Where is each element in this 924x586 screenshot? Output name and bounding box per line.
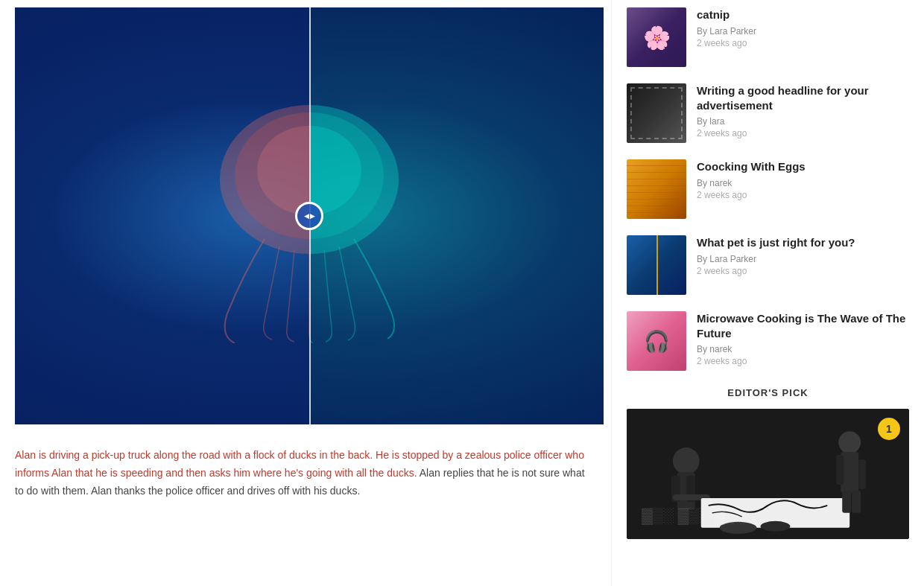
slider-handle[interactable] — [295, 202, 323, 230]
article-author: By lara — [697, 116, 909, 127]
svg-point-14 — [761, 521, 791, 532]
article-author: By Lara Parker — [697, 26, 909, 36]
image-comparison-slider[interactable] — [15, 7, 604, 424]
thumb-catnip-image: 🌸 — [627, 7, 686, 67]
thumb-headline-image — [627, 83, 686, 143]
article-date: 2 weeks ago — [697, 128, 909, 138]
svg-point-13 — [720, 522, 757, 534]
editors-pick-image[interactable]: 1 — [627, 409, 909, 539]
list-item[interactable]: What pet is just right for you? By Lara … — [627, 235, 909, 295]
article-info: Writing a good headline for your adverti… — [697, 83, 909, 138]
article-info: catnip By Lara Parker 2 weeks ago — [697, 7, 909, 48]
article-title[interactable]: catnip — [697, 7, 909, 22]
graffiti-svg — [627, 409, 909, 539]
editors-pick-section: EDITOR'S PICK 1 — [627, 387, 909, 539]
article-title[interactable]: Writing a good headline for your adverti… — [697, 83, 909, 112]
thumb-pet-image — [627, 235, 686, 295]
editors-pick-badge: 1 — [878, 418, 900, 440]
list-item[interactable]: Writing a good headline for your adverti… — [627, 83, 909, 143]
article-thumbnail — [627, 159, 686, 219]
article-thumbnail: 🎧 — [627, 311, 686, 371]
sidebar: 🌸 catnip By Lara Parker 2 weeks ago Writ… — [611, 0, 924, 586]
list-item[interactable]: Coocking With Eggs By narek 2 weeks ago — [627, 159, 909, 219]
article-info: Coocking With Eggs By narek 2 weeks ago — [697, 159, 909, 200]
flower-decoration: 🌸 — [643, 25, 671, 51]
editors-pick-title: EDITOR'S PICK — [627, 387, 909, 398]
article-date: 2 weeks ago — [697, 356, 909, 366]
headphone-icon: 🎧 — [644, 329, 670, 354]
article-author: By Lara Parker — [697, 254, 909, 264]
svg-rect-18 — [858, 459, 866, 489]
article-date: 2 weeks ago — [697, 38, 909, 48]
list-item[interactable]: 🎧 Microwave Cooking is The Wave of The F… — [627, 311, 909, 371]
thumb-eggs-image — [627, 159, 686, 219]
article-date: 2 weeks ago — [697, 266, 909, 276]
article-thumbnail — [627, 83, 686, 143]
svg-point-7 — [673, 448, 700, 474]
article-thumbnail — [627, 235, 686, 295]
article-info: Microwave Cooking is The Wave of The Fut… — [697, 311, 909, 366]
jellyfish-left-svg — [168, 60, 309, 343]
graffiti-art-pattern — [627, 409, 909, 539]
article-author: By narek — [697, 344, 909, 354]
svg-point-15 — [838, 431, 861, 453]
svg-rect-19 — [842, 491, 851, 513]
svg-rect-20 — [852, 491, 861, 513]
page-layout: Alan is driving a pick-up truck along th… — [0, 0, 924, 586]
list-item[interactable]: 🌸 catnip By Lara Parker 2 weeks ago — [627, 7, 909, 67]
jellyfish-left-image — [15, 7, 309, 424]
article-body: Alan is driving a pick-up truck along th… — [15, 447, 596, 500]
article-date: 2 weeks ago — [697, 190, 909, 200]
article-title[interactable]: Coocking With Eggs — [697, 159, 909, 174]
main-content: Alan is driving a pick-up truck along th… — [0, 0, 611, 586]
article-title[interactable]: Microwave Cooking is The Wave of The Fut… — [697, 311, 909, 340]
svg-rect-17 — [836, 455, 844, 485]
thumb-microwave-image: 🎧 — [627, 311, 686, 371]
article-author: By narek — [697, 178, 909, 188]
article-title[interactable]: What pet is just right for you? — [697, 235, 909, 250]
article-thumbnail: 🌸 — [627, 7, 686, 67]
article-info: What pet is just right for you? By Lara … — [697, 235, 909, 276]
